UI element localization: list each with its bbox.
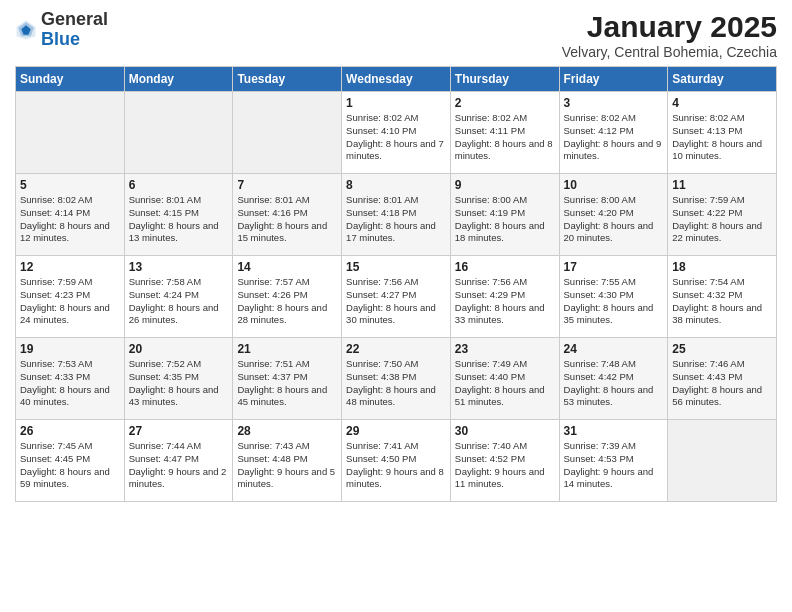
week-row-2: 5Sunrise: 8:02 AM Sunset: 4:14 PM Daylig… [16,174,777,256]
day-number: 29 [346,424,446,438]
cell-2-3: 7Sunrise: 8:01 AM Sunset: 4:16 PM Daylig… [233,174,342,256]
cell-2-5: 9Sunrise: 8:00 AM Sunset: 4:19 PM Daylig… [450,174,559,256]
cell-text: Sunrise: 7:57 AM Sunset: 4:26 PM Dayligh… [237,276,337,327]
cell-3-6: 17Sunrise: 7:55 AM Sunset: 4:30 PM Dayli… [559,256,668,338]
cell-text: Sunrise: 8:01 AM Sunset: 4:16 PM Dayligh… [237,194,337,245]
cell-text: Sunrise: 8:02 AM Sunset: 4:12 PM Dayligh… [564,112,664,163]
cell-1-4: 1Sunrise: 8:02 AM Sunset: 4:10 PM Daylig… [342,92,451,174]
cell-text: Sunrise: 7:59 AM Sunset: 4:23 PM Dayligh… [20,276,120,327]
cell-4-3: 21Sunrise: 7:51 AM Sunset: 4:37 PM Dayli… [233,338,342,420]
cell-text: Sunrise: 7:55 AM Sunset: 4:30 PM Dayligh… [564,276,664,327]
cell-text: Sunrise: 7:48 AM Sunset: 4:42 PM Dayligh… [564,358,664,409]
day-number: 17 [564,260,664,274]
day-number: 19 [20,342,120,356]
cell-3-7: 18Sunrise: 7:54 AM Sunset: 4:32 PM Dayli… [668,256,777,338]
col-header-wednesday: Wednesday [342,67,451,92]
month-title: January 2025 [562,10,777,44]
day-number: 25 [672,342,772,356]
cell-1-5: 2Sunrise: 8:02 AM Sunset: 4:11 PM Daylig… [450,92,559,174]
cell-text: Sunrise: 7:44 AM Sunset: 4:47 PM Dayligh… [129,440,229,491]
cell-2-6: 10Sunrise: 8:00 AM Sunset: 4:20 PM Dayli… [559,174,668,256]
cell-text: Sunrise: 8:01 AM Sunset: 4:15 PM Dayligh… [129,194,229,245]
cell-1-2 [124,92,233,174]
col-header-friday: Friday [559,67,668,92]
calendar-table: SundayMondayTuesdayWednesdayThursdayFrid… [15,66,777,502]
cell-text: Sunrise: 7:53 AM Sunset: 4:33 PM Dayligh… [20,358,120,409]
cell-text: Sunrise: 7:56 AM Sunset: 4:27 PM Dayligh… [346,276,446,327]
cell-text: Sunrise: 7:52 AM Sunset: 4:35 PM Dayligh… [129,358,229,409]
cell-4-4: 22Sunrise: 7:50 AM Sunset: 4:38 PM Dayli… [342,338,451,420]
day-number: 21 [237,342,337,356]
day-number: 12 [20,260,120,274]
col-header-thursday: Thursday [450,67,559,92]
cell-text: Sunrise: 7:41 AM Sunset: 4:50 PM Dayligh… [346,440,446,491]
cell-3-5: 16Sunrise: 7:56 AM Sunset: 4:29 PM Dayli… [450,256,559,338]
cell-5-4: 29Sunrise: 7:41 AM Sunset: 4:50 PM Dayli… [342,420,451,502]
location: Velvary, Central Bohemia, Czechia [562,44,777,60]
cell-4-6: 24Sunrise: 7:48 AM Sunset: 4:42 PM Dayli… [559,338,668,420]
cell-text: Sunrise: 8:02 AM Sunset: 4:13 PM Dayligh… [672,112,772,163]
day-number: 20 [129,342,229,356]
header-row: SundayMondayTuesdayWednesdayThursdayFrid… [16,67,777,92]
cell-4-2: 20Sunrise: 7:52 AM Sunset: 4:35 PM Dayli… [124,338,233,420]
cell-text: Sunrise: 8:02 AM Sunset: 4:10 PM Dayligh… [346,112,446,163]
cell-5-6: 31Sunrise: 7:39 AM Sunset: 4:53 PM Dayli… [559,420,668,502]
col-header-sunday: Sunday [16,67,125,92]
cell-text: Sunrise: 7:54 AM Sunset: 4:32 PM Dayligh… [672,276,772,327]
week-row-4: 19Sunrise: 7:53 AM Sunset: 4:33 PM Dayli… [16,338,777,420]
day-number: 11 [672,178,772,192]
cell-4-7: 25Sunrise: 7:46 AM Sunset: 4:43 PM Dayli… [668,338,777,420]
cell-1-7: 4Sunrise: 8:02 AM Sunset: 4:13 PM Daylig… [668,92,777,174]
cell-text: Sunrise: 7:39 AM Sunset: 4:53 PM Dayligh… [564,440,664,491]
logo-text: General Blue [41,10,108,50]
logo-blue: Blue [41,29,80,49]
day-number: 2 [455,96,555,110]
cell-4-5: 23Sunrise: 7:49 AM Sunset: 4:40 PM Dayli… [450,338,559,420]
day-number: 31 [564,424,664,438]
cell-3-1: 12Sunrise: 7:59 AM Sunset: 4:23 PM Dayli… [16,256,125,338]
cell-text: Sunrise: 8:00 AM Sunset: 4:19 PM Dayligh… [455,194,555,245]
day-number: 16 [455,260,555,274]
cell-3-4: 15Sunrise: 7:56 AM Sunset: 4:27 PM Dayli… [342,256,451,338]
cell-3-3: 14Sunrise: 7:57 AM Sunset: 4:26 PM Dayli… [233,256,342,338]
day-number: 24 [564,342,664,356]
logo-general: General [41,9,108,29]
cell-text: Sunrise: 7:56 AM Sunset: 4:29 PM Dayligh… [455,276,555,327]
cell-2-1: 5Sunrise: 8:02 AM Sunset: 4:14 PM Daylig… [16,174,125,256]
day-number: 4 [672,96,772,110]
logo-icon [15,19,37,41]
logo: General Blue [15,10,108,50]
day-number: 6 [129,178,229,192]
col-header-tuesday: Tuesday [233,67,342,92]
title-block: January 2025 Velvary, Central Bohemia, C… [562,10,777,60]
cell-text: Sunrise: 8:00 AM Sunset: 4:20 PM Dayligh… [564,194,664,245]
cell-text: Sunrise: 7:40 AM Sunset: 4:52 PM Dayligh… [455,440,555,491]
day-number: 8 [346,178,446,192]
day-number: 26 [20,424,120,438]
cell-4-1: 19Sunrise: 7:53 AM Sunset: 4:33 PM Dayli… [16,338,125,420]
cell-5-3: 28Sunrise: 7:43 AM Sunset: 4:48 PM Dayli… [233,420,342,502]
week-row-5: 26Sunrise: 7:45 AM Sunset: 4:45 PM Dayli… [16,420,777,502]
cell-3-2: 13Sunrise: 7:58 AM Sunset: 4:24 PM Dayli… [124,256,233,338]
cell-2-4: 8Sunrise: 8:01 AM Sunset: 4:18 PM Daylig… [342,174,451,256]
day-number: 7 [237,178,337,192]
day-number: 14 [237,260,337,274]
cell-text: Sunrise: 7:43 AM Sunset: 4:48 PM Dayligh… [237,440,337,491]
cell-1-1 [16,92,125,174]
cell-text: Sunrise: 7:51 AM Sunset: 4:37 PM Dayligh… [237,358,337,409]
cell-2-7: 11Sunrise: 7:59 AM Sunset: 4:22 PM Dayli… [668,174,777,256]
day-number: 28 [237,424,337,438]
cell-5-1: 26Sunrise: 7:45 AM Sunset: 4:45 PM Dayli… [16,420,125,502]
day-number: 15 [346,260,446,274]
cell-5-7 [668,420,777,502]
cell-text: Sunrise: 8:01 AM Sunset: 4:18 PM Dayligh… [346,194,446,245]
cell-text: Sunrise: 8:02 AM Sunset: 4:14 PM Dayligh… [20,194,120,245]
day-number: 13 [129,260,229,274]
week-row-3: 12Sunrise: 7:59 AM Sunset: 4:23 PM Dayli… [16,256,777,338]
day-number: 5 [20,178,120,192]
cell-5-2: 27Sunrise: 7:44 AM Sunset: 4:47 PM Dayli… [124,420,233,502]
col-header-saturday: Saturday [668,67,777,92]
cell-5-5: 30Sunrise: 7:40 AM Sunset: 4:52 PM Dayli… [450,420,559,502]
cell-text: Sunrise: 7:46 AM Sunset: 4:43 PM Dayligh… [672,358,772,409]
day-number: 30 [455,424,555,438]
